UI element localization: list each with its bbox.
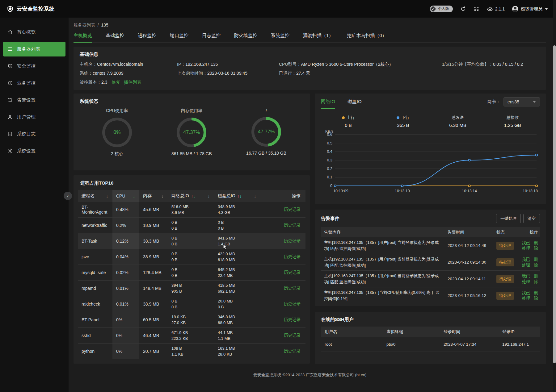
process-table-row[interactable]: BT-Panel 0% 60.5 MB 18.0 KB27.0 KB 346.8… — [78, 312, 305, 328]
delete-link[interactable]: 删除 — [534, 273, 538, 285]
chevron-left-icon: ‹ — [67, 193, 69, 198]
server-list-icon — [7, 46, 13, 52]
history-link[interactable]: 历史记录 — [284, 333, 301, 338]
col-alarm-content: 告警内容 — [321, 230, 444, 235]
alarm-table-header: 告警内容 告警时间 状态 操作 — [321, 227, 540, 237]
nic-select[interactable]: ens35 — [503, 97, 540, 106]
process-disk-io: 163.1 MB28.0 KB — [214, 345, 260, 357]
col-alarm-status: 状态 — [493, 230, 522, 235]
alarm-time: 2023-04-12 09:14:49 — [444, 243, 493, 248]
io-tab[interactable]: 磁盘IO — [348, 99, 362, 109]
delete-link[interactable]: 删除 — [534, 257, 538, 268]
history-link[interactable]: 历史记录 — [284, 223, 301, 227]
refresh-icon[interactable] — [460, 6, 466, 12]
process-disk-io: 20.0 MB0 B — [214, 298, 260, 310]
sidebar-collapse-button[interactable]: ‹ — [64, 192, 72, 200]
col-network-io[interactable]: 网络总IO↑↓↓ — [168, 190, 214, 202]
sort-icon[interactable]: ↓ — [162, 194, 164, 198]
host-tab[interactable]: 进程监控 — [138, 33, 156, 42]
app-logo: 云安全监控系统 — [0, 5, 69, 13]
edition-badge[interactable]: 个人版 — [430, 6, 453, 12]
sort-icon[interactable]: ↓ — [208, 194, 210, 198]
sidebar-item-servers[interactable]: 服务器列表 — [3, 42, 65, 56]
col-memory[interactable]: 内存↓ — [139, 190, 168, 202]
process-network-io: 0 B0 B — [168, 298, 214, 310]
sort-icon-active[interactable]: ↓ — [133, 194, 135, 198]
sidebar-item-logs[interactable]: 系统日志 — [3, 127, 65, 141]
delete-link[interactable]: 删除 — [534, 290, 538, 301]
user-menu[interactable]: 超级管理员 — [512, 6, 548, 12]
repair-link[interactable]: 修复 — [112, 80, 120, 85]
sidebar-item-business[interactable]: 业务监控 — [3, 76, 65, 90]
sidebar-item-settings[interactable]: 系统设置 — [3, 144, 65, 158]
sidebar-item-label: 业务监控 — [17, 80, 36, 86]
process-table-row[interactable]: jsvc 0.04% 38.9 MB 0 B0 B 422.0 MB618.9 … — [78, 249, 305, 265]
process-table-row[interactable]: BT-MonitorAgent 0.48% 45.6 MB 516.0 MB8.… — [78, 202, 305, 218]
host-tabs: 主机概览 基础监控 进程监控 端口监控 日志监控 防火墙监控 系统监控 漏洞扫描… — [74, 33, 546, 43]
status-badge: 待处理 — [496, 258, 514, 266]
stat-total-sent: 总发送 6.30 MB — [431, 115, 485, 128]
sidebar-item-home[interactable]: 首页概览 — [3, 25, 65, 40]
clear-button[interactable]: 清空 — [523, 214, 540, 223]
history-link[interactable]: 历史记录 — [284, 270, 301, 275]
history-link[interactable]: 历史记录 — [284, 286, 301, 290]
process-disk-io: 645.2 MB22.4 MB — [214, 267, 260, 279]
sidebar-item-security[interactable]: 安全监控 — [3, 59, 65, 73]
host-tab[interactable]: 主机概览 — [74, 33, 92, 42]
alarm-row: 主机[192.168.247.135（135）]用户[root] 当前登录状态为… — [321, 254, 540, 271]
process-table-row[interactable]: BT-Task 0.12% 38.3 MB 0 B0 B 841.6 MB1.4… — [78, 233, 305, 249]
process-table-row[interactable]: networktraffic 0.2% 18.9 MB 0 B0 B 0 B0 … — [78, 218, 305, 233]
history-link[interactable]: 历史记录 — [284, 239, 301, 243]
plugin-list-link[interactable]: 插件列表 — [124, 80, 141, 85]
history-link[interactable]: 历史记录 — [284, 302, 301, 306]
col-process-name[interactable]: 进程名↓ — [78, 190, 112, 202]
process-memory: 46.4 MB — [139, 333, 168, 338]
history-link[interactable]: 历史记录 — [284, 317, 301, 322]
fullscreen-icon[interactable] — [474, 6, 479, 12]
process-all-button[interactable]: 一键处理 — [496, 214, 521, 223]
col-cpu[interactable]: CPU↓ — [112, 190, 139, 202]
scrollbar-thumb[interactable] — [553, 45, 556, 363]
process-table-row[interactable]: rspamd 0.01% 148.4 MB 394 B905 B 418.5 M… — [78, 281, 305, 296]
gauge-value: 47.37% — [177, 118, 206, 147]
system-status-title: 系统状态 — [80, 98, 304, 104]
sort-icon[interactable]: ↓ — [254, 194, 256, 198]
history-link[interactable]: 历史记录 — [284, 254, 301, 259]
mark-handled-link[interactable]: 我已处理 — [522, 290, 530, 301]
process-table-row[interactable]: sshd 0% 46.4 MB 671.9 KB223.2 KB 44.1 MB… — [78, 328, 305, 344]
host-tab[interactable]: 日志监控 — [202, 33, 221, 42]
mark-handled-link[interactable]: 我已处理 — [522, 240, 530, 251]
history-link[interactable]: 历史记录 — [284, 349, 301, 353]
process-memory: 148.4 MB — [139, 286, 168, 291]
process-table-row[interactable]: python 0% 20.7 MB 108 B1.1 KB 163.1 MB28… — [78, 344, 305, 359]
mark-handled-link[interactable]: 我已处理 — [522, 273, 530, 285]
ssh-table-body: root pts/0 2023-04-07 17:34 192.168.247.… — [321, 337, 540, 352]
io-tab[interactable]: 网络IO — [321, 99, 335, 109]
host-tab[interactable]: 漏洞扫描（1） — [303, 33, 333, 42]
svg-text:10:13:18: 10:13:18 — [523, 189, 538, 193]
delete-link[interactable]: 删除 — [534, 240, 538, 251]
breadcrumb-parent[interactable]: 服务器列表 — [74, 23, 95, 27]
sidebar-item-alerts[interactable]: 告警设置 — [3, 93, 65, 107]
process-disk-io: 422.0 MB618.9 MB — [214, 251, 260, 263]
col-disk-io[interactable]: 磁盘总IO↑↓↓ — [214, 190, 260, 202]
host-tab[interactable]: 端口监控 — [170, 33, 188, 42]
scrollbar-track[interactable] — [553, 0, 556, 392]
host-tab[interactable]: 基础监控 — [106, 33, 124, 42]
host-tab[interactable]: 系统监控 — [271, 33, 289, 42]
sort-icon[interactable]: ↓ — [106, 194, 108, 198]
process-table-row[interactable]: raidcheck 0.01% 38.9 MB 0 B0 B 20.0 MB0 … — [78, 296, 305, 312]
sidebar-item-users[interactable]: 用户管理 — [3, 110, 65, 124]
host-tab[interactable]: 挖矿木马扫描（0） — [347, 33, 386, 42]
history-link[interactable]: 历史记录 — [284, 207, 301, 212]
process-table-header: 进程名↓ CPU↓ 内存↓ 网络总IO↑↓↓ 磁盘总IO↑↓↓ 操作 — [78, 190, 305, 202]
process-top10-title: 进程占用TOP10 — [78, 180, 305, 186]
host-tab[interactable]: 防火墙监控 — [234, 33, 257, 42]
update-version[interactable]: 2.1.1 — [487, 6, 505, 12]
alarm-row: 主机[192.168.247.135（135）]用户[root] 当前登录状态为… — [321, 237, 540, 254]
process-table-row[interactable]: mysqld_safe 0.02% 128.4 MB 0 B0 B 645.2 … — [78, 265, 305, 281]
process-memory: 60.5 MB — [139, 317, 168, 322]
mark-handled-link[interactable]: 我已处理 — [522, 257, 530, 268]
process-name: raidcheck — [78, 302, 112, 307]
process-cpu: 0% — [112, 344, 139, 359]
